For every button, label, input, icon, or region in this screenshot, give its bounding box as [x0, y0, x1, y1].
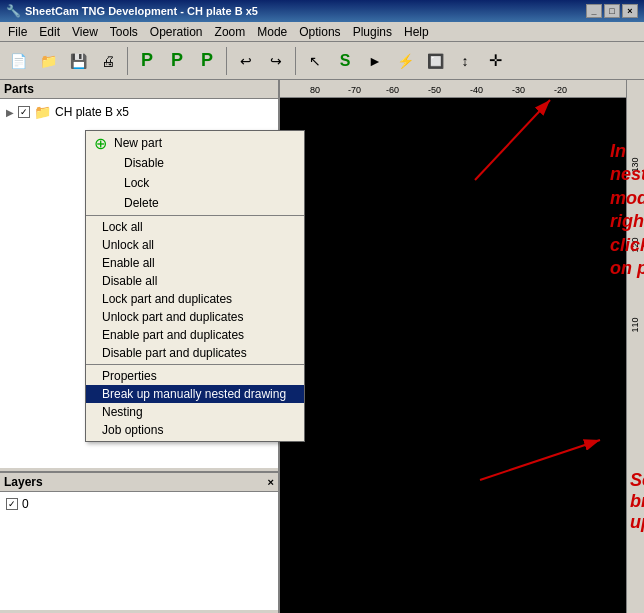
box-button[interactable]: 🔲	[421, 47, 449, 75]
ctx-disable-all[interactable]: Disable all	[86, 272, 304, 290]
toolbar-sep-2	[226, 47, 227, 75]
layer-0-checkbox[interactable]	[6, 498, 18, 510]
play-button[interactable]: ►	[361, 47, 389, 75]
ctx-lock-all[interactable]: Lock all	[86, 218, 304, 236]
parts-panel: Parts ▶ 📁 CH plate B x5 ⊕ New part	[0, 80, 278, 473]
annotation-arrows	[280, 80, 644, 613]
ruler-mark-130: 130	[630, 157, 640, 172]
tree-item-parts[interactable]: ▶ 📁 CH plate B x5	[4, 103, 274, 121]
delete-icon	[102, 195, 118, 211]
ctx-delete[interactable]: Delete	[86, 193, 304, 213]
toolbar: 📄 📁 💾 🖨 P P P ↩ ↪ ↖ S ► ⚡ 🔲 ↕ ✛	[0, 42, 644, 80]
ruler-mark-20: -20	[554, 85, 567, 95]
lightning-button[interactable]: ⚡	[391, 47, 419, 75]
close-button[interactable]: ×	[622, 4, 638, 18]
ctx-disable-part-dup-label: Disable part and duplicates	[102, 346, 247, 360]
layer-item-0[interactable]: 0	[4, 496, 274, 512]
ctx-enable-all-label: Enable all	[102, 256, 155, 270]
ctx-disable-label: Disable	[124, 156, 164, 170]
undo-button[interactable]: ↩	[232, 47, 260, 75]
left-panel: Parts ▶ 📁 CH plate B x5 ⊕ New part	[0, 80, 280, 613]
menu-view[interactable]: View	[66, 23, 104, 41]
p-button-2[interactable]: P	[163, 47, 191, 75]
ctx-properties-label: Properties	[102, 369, 157, 383]
ctx-unlock-all[interactable]: Unlock all	[86, 236, 304, 254]
ctx-disable-all-label: Disable all	[102, 274, 157, 288]
ctx-nesting[interactable]: Nesting	[86, 403, 304, 421]
ruler-right: 130 120 110	[626, 80, 644, 613]
menu-tools[interactable]: Tools	[104, 23, 144, 41]
ctx-sep-1	[86, 215, 304, 216]
window-title: SheetCam TNG Development - CH plate B x5	[25, 5, 258, 17]
menu-bar: File Edit View Tools Operation Zoom Mode…	[0, 22, 644, 42]
ctx-job-options-label: Job options	[102, 423, 163, 437]
toolbar-sep-3	[295, 47, 296, 75]
ctx-break-up[interactable]: Break up manually nested drawing	[86, 385, 304, 403]
save-button[interactable]: 💾	[64, 47, 92, 75]
ctx-job-options[interactable]: Job options	[86, 421, 304, 439]
lock-icon	[102, 175, 118, 191]
ctx-new-part[interactable]: ⊕ New part	[86, 133, 304, 153]
arrows-button[interactable]: ↕	[451, 47, 479, 75]
tree-expander: ▶	[6, 107, 14, 118]
new-button[interactable]: 📄	[4, 47, 32, 75]
ruler-mark-50: -50	[428, 85, 441, 95]
layers-header: Layers ×	[0, 473, 278, 492]
layer-0-label: 0	[22, 497, 29, 511]
ctx-lock-all-label: Lock all	[102, 220, 143, 234]
layers-panel: Layers × 0	[0, 473, 278, 613]
ctx-new-part-label: New part	[114, 136, 162, 150]
ruler-mark-60: -60	[386, 85, 399, 95]
menu-help[interactable]: Help	[398, 23, 435, 41]
svg-line-0	[475, 100, 550, 180]
minimize-button[interactable]: _	[586, 4, 602, 18]
menu-edit[interactable]: Edit	[33, 23, 66, 41]
layers-close-button[interactable]: ×	[268, 476, 274, 488]
toolbar-sep-1	[127, 47, 128, 75]
folder-icon: 📁	[34, 104, 51, 120]
ctx-enable-all[interactable]: Enable all	[86, 254, 304, 272]
redo-button[interactable]: ↪	[262, 47, 290, 75]
ruler-mark-120: 120	[630, 237, 640, 252]
p-button-3[interactable]: P	[193, 47, 221, 75]
menu-options[interactable]: Options	[293, 23, 346, 41]
ruler-mark-40: -40	[470, 85, 483, 95]
parts-header: Parts	[0, 80, 278, 99]
svg-line-1	[480, 440, 600, 480]
ctx-unlock-part-dup[interactable]: Unlock part and duplicates	[86, 308, 304, 326]
menu-file[interactable]: File	[2, 23, 33, 41]
open-button[interactable]: 📁	[34, 47, 62, 75]
p-button-1[interactable]: P	[133, 47, 161, 75]
main-layout: Parts ▶ 📁 CH plate B x5 ⊕ New part	[0, 80, 644, 613]
ruler-mark-70: -70	[348, 85, 361, 95]
ctx-lock-part-dup[interactable]: Lock part and duplicates	[86, 290, 304, 308]
disable-icon	[102, 155, 118, 171]
ctx-disable-part-dup[interactable]: Disable part and duplicates	[86, 344, 304, 362]
maximize-button[interactable]: □	[604, 4, 620, 18]
print-button[interactable]: 🖨	[94, 47, 122, 75]
s-button[interactable]: S	[331, 47, 359, 75]
select-button[interactable]: ↖	[301, 47, 329, 75]
layers-content: 0	[0, 492, 278, 610]
ruler-mark-110: 110	[630, 317, 640, 332]
crosshair-button[interactable]: ✛	[481, 47, 509, 75]
menu-plugins[interactable]: Plugins	[347, 23, 398, 41]
ctx-enable-part-dup-label: Enable part and duplicates	[102, 328, 244, 342]
ctx-enable-part-dup[interactable]: Enable part and duplicates	[86, 326, 304, 344]
ctx-nesting-label: Nesting	[102, 405, 143, 419]
menu-mode[interactable]: Mode	[251, 23, 293, 41]
window-controls: _ □ ×	[586, 4, 638, 18]
title-bar: 🔧 SheetCam TNG Development - CH plate B …	[0, 0, 644, 22]
new-part-icon: ⊕	[92, 135, 108, 151]
tree-checkbox[interactable]	[18, 106, 30, 118]
ctx-lock[interactable]: Lock	[86, 173, 304, 193]
menu-zoom[interactable]: Zoom	[209, 23, 252, 41]
app-icon: 🔧	[6, 4, 21, 18]
ctx-properties[interactable]: Properties	[86, 367, 304, 385]
ctx-disable[interactable]: Disable	[86, 153, 304, 173]
menu-operation[interactable]: Operation	[144, 23, 209, 41]
canvas-area[interactable]: 80 -70 -60 -50 -40 -30 -20 130 120 110	[280, 80, 644, 613]
ctx-lock-label: Lock	[124, 176, 149, 190]
ruler-mark-80: 80	[310, 85, 320, 95]
ruler-top: 80 -70 -60 -50 -40 -30 -20	[280, 80, 644, 98]
